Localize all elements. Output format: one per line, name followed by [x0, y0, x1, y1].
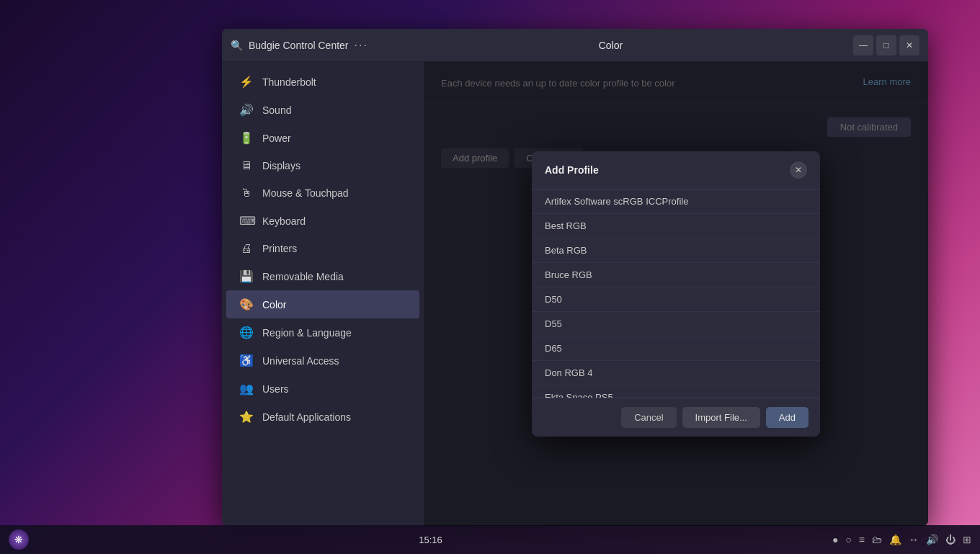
sidebar-item-color[interactable]: 🎨 Color [226, 290, 419, 318]
profile-item-2[interactable]: Beta RGB [532, 238, 820, 263]
sidebar-icon-thunderbolt: ⚡ [239, 75, 254, 89]
dialog-backdrop: Add Profile ✕ Artifex Software scRGB ICC… [424, 62, 928, 526]
indicator-icon-2[interactable]: ○ [845, 534, 851, 545]
sidebar-item-users[interactable]: 👥 Users [226, 375, 419, 403]
sidebar-icon-displays: 🖥 [239, 159, 254, 172]
sidebar-icon-printers: 🖨 [239, 242, 254, 255]
sidebar-label-keyboard: Keyboard [262, 215, 306, 227]
search-icon[interactable]: 🔍 [231, 40, 243, 51]
sidebar-icon-region-language: 🌐 [239, 326, 254, 339]
sidebar-label-region-language: Region & Language [262, 327, 352, 339]
sidebar-icon-users: 👥 [239, 382, 254, 396]
notification-icon[interactable]: 🔔 [889, 534, 901, 545]
sidebar-label-sound: Sound [262, 104, 291, 116]
sidebar-icon-keyboard: ⌨ [239, 214, 254, 228]
window-body: ⚡ Thunderbolt 🔊 Sound 🔋 Power 🖥 Displays… [222, 62, 928, 526]
sidebar: ⚡ Thunderbolt 🔊 Sound 🔋 Power 🖥 Displays… [222, 62, 424, 526]
taskbar: ❋ 15:16 ● ○ ≡ 🗁 🔔 ↔ 🔊 ⏻ ⊞ [0, 525, 980, 554]
sidebar-item-universal-access[interactable]: ♿ Universal Access [226, 347, 419, 375]
sidebar-item-printers[interactable]: 🖨 Printers [226, 235, 419, 262]
sidebar-icon-sound: 🔊 [239, 103, 254, 117]
sidebar-icon-mouse-touchpad: 🖱 [239, 187, 254, 200]
sidebar-item-removable-media[interactable]: 💾 Removable Media [226, 262, 419, 290]
dialog-actions: Cancel Import File... Add [532, 398, 820, 437]
sidebar-item-thunderbolt[interactable]: ⚡ Thunderbolt [226, 68, 419, 96]
taskbar-left: ❋ [9, 530, 29, 550]
maximize-button[interactable]: □ [876, 35, 896, 55]
minimize-button[interactable]: — [853, 35, 873, 55]
sidebar-icon-removable-media: 💾 [239, 269, 254, 283]
files-icon[interactable]: 🗁 [872, 534, 882, 545]
add-profile-dialog: Add Profile ✕ Artifex Software scRGB ICC… [532, 151, 820, 437]
power-icon[interactable]: ⏻ [945, 534, 956, 545]
dialog-title: Add Profile [545, 164, 599, 176]
sidebar-item-mouse-touchpad[interactable]: 🖱 Mouse & Touchpad [226, 179, 419, 207]
window-titlebar: 🔍 Budgie Control Center ··· Color — □ ✕ [222, 29, 928, 62]
network-icon[interactable]: ↔ [909, 534, 919, 545]
menu-icon[interactable]: ≡ [859, 534, 865, 545]
sidebar-item-power[interactable]: 🔋 Power [226, 124, 419, 152]
sidebar-item-displays[interactable]: 🖥 Displays [226, 152, 419, 179]
taskbar-clock: 15:16 [419, 535, 442, 545]
sidebar-icon-default-applications: ⭐ [239, 410, 254, 424]
volume-icon[interactable]: 🔊 [926, 534, 938, 545]
titlebar-left: 🔍 Budgie Control Center ··· [231, 39, 368, 52]
add-button[interactable]: Add [766, 407, 808, 428]
profile-list: Artifex Software scRGB ICCProfileBest RG… [532, 189, 820, 398]
sidebar-label-displays: Displays [262, 160, 300, 171]
sidebar-icon-power: 🔋 [239, 131, 254, 145]
taskbar-right: ● ○ ≡ 🗁 🔔 ↔ 🔊 ⏻ ⊞ [832, 534, 971, 545]
sidebar-item-sound[interactable]: 🔊 Sound [226, 96, 419, 124]
sidebar-label-thunderbolt: Thunderbolt [262, 76, 316, 88]
profile-item-4[interactable]: D50 [532, 287, 820, 312]
sidebar-label-users: Users [262, 383, 289, 395]
import-file-button[interactable]: Import File... [682, 407, 760, 428]
profile-item-8[interactable]: Ekta Space PS5 [532, 385, 820, 398]
budgie-logo-button[interactable]: ❋ [9, 530, 29, 550]
sidebar-label-printers: Printers [262, 243, 297, 254]
profile-item-3[interactable]: Bruce RGB [532, 263, 820, 287]
sidebar-icon-color: 🎨 [239, 298, 254, 311]
dialog-close-button[interactable]: ✕ [790, 161, 807, 179]
profile-item-5[interactable]: D55 [532, 312, 820, 336]
sidebar-item-keyboard[interactable]: ⌨ Keyboard [226, 207, 419, 235]
sidebar-item-region-language[interactable]: 🌐 Region & Language [226, 318, 419, 347]
main-content: Each device needs an up to date color pr… [424, 62, 928, 526]
indicator-icon-1[interactable]: ● [832, 534, 838, 545]
sidebar-label-removable-media: Removable Media [262, 271, 344, 282]
sidebar-label-mouse-touchpad: Mouse & Touchpad [262, 187, 349, 199]
windows-icon[interactable]: ⊞ [963, 534, 971, 545]
sidebar-label-color: Color [262, 299, 286, 310]
sidebar-label-power: Power [262, 133, 291, 144]
main-window: 🔍 Budgie Control Center ··· Color — □ ✕ … [222, 29, 928, 526]
sidebar-label-universal-access: Universal Access [262, 355, 339, 367]
sidebar-item-default-applications[interactable]: ⭐ Default Applications [226, 403, 419, 431]
window-title: Color [368, 40, 853, 51]
app-name: Budgie Control Center [249, 40, 349, 51]
profile-item-6[interactable]: D65 [532, 336, 820, 361]
sidebar-icon-universal-access: ♿ [239, 354, 254, 367]
cancel-button[interactable]: Cancel [621, 407, 676, 428]
dialog-header: Add Profile ✕ [532, 151, 820, 189]
titlebar-menu-button[interactable]: ··· [355, 39, 368, 52]
profile-item-1[interactable]: Best RGB [532, 214, 820, 238]
profile-item-7[interactable]: Don RGB 4 [532, 361, 820, 385]
window-controls: — □ ✕ [853, 35, 919, 55]
sidebar-label-default-applications: Default Applications [262, 411, 351, 423]
close-button[interactable]: ✕ [899, 35, 919, 55]
profile-item-0[interactable]: Artifex Software scRGB ICCProfile [532, 189, 820, 214]
